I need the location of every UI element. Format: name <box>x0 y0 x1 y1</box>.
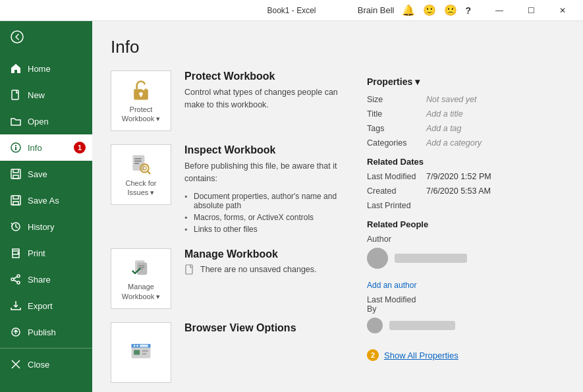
prop-title-value[interactable]: Add a title <box>426 109 565 119</box>
sidebar-item-save[interactable]: Save <box>0 161 92 187</box>
svg-rect-5 <box>11 169 20 179</box>
browser-content: Browser View Options <box>184 322 354 338</box>
last-modified-avatar <box>367 318 383 333</box>
svg-rect-4 <box>15 145 16 146</box>
main-area: Info ProtectWorkbook ▾ <box>111 37 565 392</box>
svg-rect-35 <box>134 350 140 354</box>
inspect-list-item-2: Macros, forms, or ActiveX controls <box>184 211 354 223</box>
created-value: 7/6/2020 5:53 AM <box>426 186 565 196</box>
svg-rect-8 <box>13 254 19 258</box>
feedback-sad-icon[interactable]: 🙁 <box>444 4 457 16</box>
related-people-header: Related People <box>367 219 565 229</box>
browser-title: Browser View Options <box>184 322 354 334</box>
sidebar-item-publish[interactable]: Publish <box>0 319 92 345</box>
svg-point-32 <box>134 345 136 347</box>
saveas-icon <box>11 195 21 206</box>
inspect-section: Check forIssues ▾ Inspect Workbook Befor… <box>111 144 354 235</box>
check-issues-label: Check forIssues ▾ <box>125 179 156 198</box>
manage-icon <box>129 256 153 279</box>
open-icon <box>11 116 21 126</box>
user-name: Brain Bell <box>358 5 395 15</box>
manage-content: Manage Workbook There are no unsaved cha… <box>184 248 354 275</box>
help-button[interactable]: ? <box>465 5 471 16</box>
manage-note-text: There are no unsaved changes. <box>200 265 317 274</box>
content-area: Info ProtectWorkbook ▾ <box>92 21 583 392</box>
prop-size-value: Not saved yet <box>426 95 565 104</box>
sidebar-item-home[interactable]: Home <box>0 55 92 82</box>
manage-note: There are no unsaved changes. <box>184 264 354 275</box>
sidebar-label-open: Open <box>28 117 49 126</box>
prop-size-row: Size Not saved yet <box>367 95 565 104</box>
properties-title: Properties ▾ <box>367 76 420 87</box>
sidebar-item-print[interactable]: Print <box>0 240 92 266</box>
sidebar-label-save: Save <box>28 169 47 179</box>
info-badge: 1 <box>74 142 86 154</box>
inspect-desc: Before publishing this file, be aware th… <box>184 160 354 185</box>
last-modified-value: 7/9/2020 1:52 PM <box>426 172 565 181</box>
protect-content: Protect Workbook Control what types of c… <box>184 70 354 111</box>
last-printed-label: Last Printed <box>367 201 426 210</box>
svg-point-0 <box>11 31 23 43</box>
svg-rect-16 <box>140 94 142 97</box>
author-avatar <box>367 248 388 269</box>
author-label: Author <box>367 235 426 244</box>
export-icon <box>11 300 21 311</box>
new-icon <box>11 90 21 100</box>
protect-section: ProtectWorkbook ▾ Protect Workbook Contr… <box>111 70 354 131</box>
notification-icon[interactable]: 🔔 <box>402 4 415 16</box>
sidebar-item-close[interactable]: Close <box>0 351 92 378</box>
last-printed-value <box>426 201 565 210</box>
sidebar-item-new[interactable]: New <box>0 82 92 108</box>
document-icon <box>184 264 195 275</box>
minimize-button[interactable]: — <box>484 0 514 21</box>
sidebar-item-open[interactable]: Open <box>0 108 92 134</box>
last-modified-row: Last Modified 7/9/2020 1:52 PM <box>367 172 565 181</box>
prop-tags-value[interactable]: Add a tag <box>426 124 565 133</box>
info-icon <box>11 142 21 153</box>
sidebar-label-info: Info <box>28 143 42 153</box>
sidebar-item-share[interactable]: Share <box>0 266 92 293</box>
lock-icon <box>129 78 153 102</box>
sidebar-item-export[interactable]: Export <box>0 293 92 319</box>
feedback-happy-icon[interactable]: 🙂 <box>423 4 436 16</box>
author-name-blurred <box>395 254 467 263</box>
browser-view-button[interactable] <box>111 322 171 383</box>
prop-categories-value[interactable]: Add a category <box>426 138 565 148</box>
sidebar-item-history[interactable]: History <box>0 213 92 240</box>
sidebar-item-info[interactable]: Info 1 <box>0 134 92 161</box>
manage-title: Manage Workbook <box>184 248 354 260</box>
sidebar-item-save-as[interactable]: Save As <box>0 187 92 213</box>
last-modified-name-blurred <box>389 321 455 330</box>
protect-workbook-button[interactable]: ProtectWorkbook ▾ <box>111 70 171 131</box>
check-issues-button[interactable]: Check forIssues ▾ <box>111 144 171 205</box>
prop-title-label: Title <box>367 109 426 119</box>
add-author-button[interactable]: Add an author <box>367 281 565 290</box>
manage-workbook-button[interactable]: ManageWorkbook ▾ <box>111 248 171 309</box>
title-bar: Book1 - Excel Brain Bell 🔔 🙂 🙁 ? — ☐ ✕ <box>0 0 583 21</box>
last-modified-person <box>367 318 565 333</box>
svg-rect-21 <box>134 163 139 164</box>
sidebar-label-share: Share <box>28 275 51 285</box>
maximize-button[interactable]: ☐ <box>516 0 546 21</box>
show-all-link[interactable]: Show All Properties <box>384 350 458 360</box>
svg-rect-26 <box>138 266 144 266</box>
browser-icon <box>129 339 153 363</box>
svg-point-11 <box>17 281 20 284</box>
svg-rect-3 <box>15 147 16 150</box>
properties-header: Properties ▾ <box>367 76 565 87</box>
svg-point-33 <box>136 345 138 347</box>
sidebar: Home New Open Info 1 <box>0 21 92 392</box>
svg-rect-19 <box>134 158 142 159</box>
last-modified-by-row: Last Modified By <box>367 295 565 339</box>
inspect-list-item-1: Document properties, author's name and a… <box>184 190 354 211</box>
manage-button-label: ManageWorkbook ▾ <box>122 282 160 301</box>
close-button[interactable]: ✕ <box>547 0 578 21</box>
prop-title-row: Title Add a title <box>367 109 565 119</box>
show-all-badge: 2 <box>367 349 379 361</box>
svg-rect-27 <box>138 267 144 267</box>
show-all-properties-button[interactable]: 2 Show All Properties <box>367 349 565 361</box>
inspect-list: Document properties, author's name and a… <box>184 190 354 235</box>
author-row: Author Add an author <box>367 235 565 290</box>
sidebar-label-history: History <box>28 222 54 232</box>
back-button[interactable] <box>0 21 92 55</box>
